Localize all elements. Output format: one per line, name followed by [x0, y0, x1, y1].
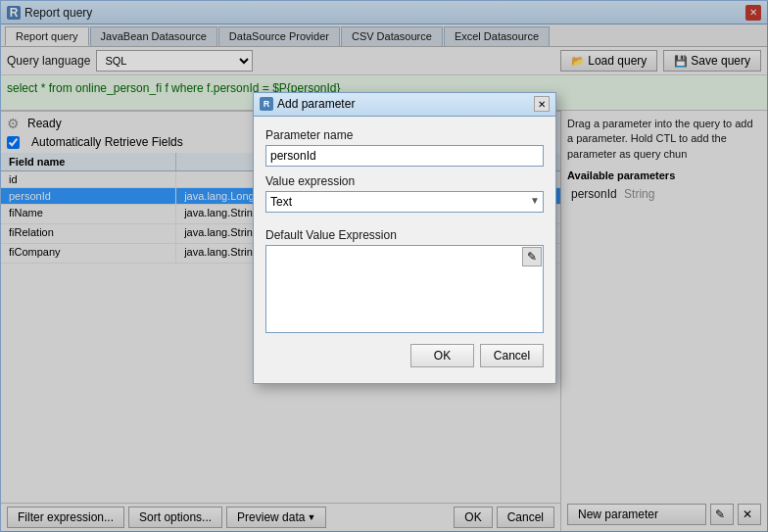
value-expression-select[interactable]: Text Integer Long Double BigDecimal Date…: [265, 191, 544, 213]
param-name-input[interactable]: [265, 145, 544, 167]
modal-close-button[interactable]: ✕: [534, 96, 550, 112]
modal-title: Add parameter: [277, 97, 355, 111]
modal-icon: R: [260, 97, 273, 111]
modal-ok-button[interactable]: OK: [410, 344, 474, 367]
add-parameter-modal: R Add parameter ✕ Parameter name Value e…: [253, 92, 556, 384]
default-value-area: ✎: [265, 245, 544, 336]
pencil-icon: ✎: [527, 250, 537, 264]
default-value-label: Default Value Expression: [265, 228, 544, 242]
default-value-textarea[interactable]: [265, 245, 544, 333]
modal-footer: OK Cancel: [265, 344, 544, 371]
default-value-edit-button[interactable]: ✎: [522, 247, 542, 266]
modal-title-bar: R Add parameter ✕: [254, 93, 555, 117]
param-name-label: Parameter name: [265, 128, 544, 142]
modal-body: Parameter name Value expression Text Int…: [254, 117, 555, 383]
modal-cancel-button[interactable]: Cancel: [480, 344, 544, 367]
value-expr-label: Value expression: [265, 174, 544, 188]
modal-overlay: R Add parameter ✕ Parameter name Value e…: [1, 1, 768, 532]
main-window: R Report query ✕ Report query JavaBean D…: [0, 0, 768, 532]
